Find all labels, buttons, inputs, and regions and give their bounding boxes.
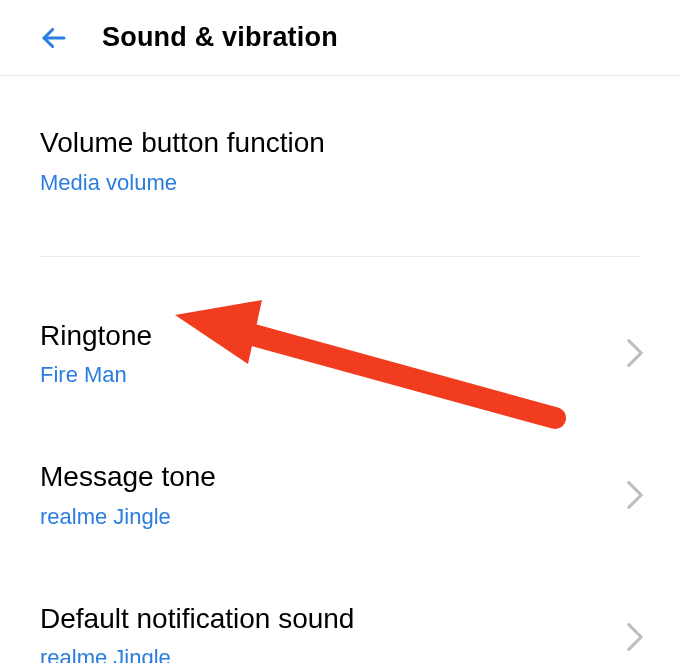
setting-volume-button-function[interactable]: Volume button function Media volume <box>40 126 640 220</box>
section-volume: Volume button function Media volume <box>0 76 680 220</box>
chevron-right-icon <box>624 477 646 513</box>
setting-value: realme Jingle <box>40 645 640 663</box>
setting-title: Default notification sound <box>40 602 640 636</box>
setting-default-notification-sound[interactable]: Default notification sound realme Jingle <box>40 578 640 663</box>
back-button[interactable] <box>34 18 74 58</box>
back-arrow-icon <box>37 21 71 55</box>
chevron-right-icon <box>624 335 646 371</box>
setting-message-tone[interactable]: Message tone realme Jingle <box>40 436 640 554</box>
chevron-right-icon <box>624 619 646 655</box>
section-tones: Ringtone Fire Man Message tone realme Ji… <box>0 257 680 663</box>
setting-title: Ringtone <box>40 319 640 353</box>
setting-ringtone[interactable]: Ringtone Fire Man <box>40 295 640 413</box>
setting-value: Media volume <box>40 170 640 196</box>
setting-title: Volume button function <box>40 126 640 160</box>
setting-value: realme Jingle <box>40 504 640 530</box>
page-title: Sound & vibration <box>102 22 338 53</box>
setting-title: Message tone <box>40 460 640 494</box>
setting-value: Fire Man <box>40 362 640 388</box>
header: Sound & vibration <box>0 0 680 75</box>
